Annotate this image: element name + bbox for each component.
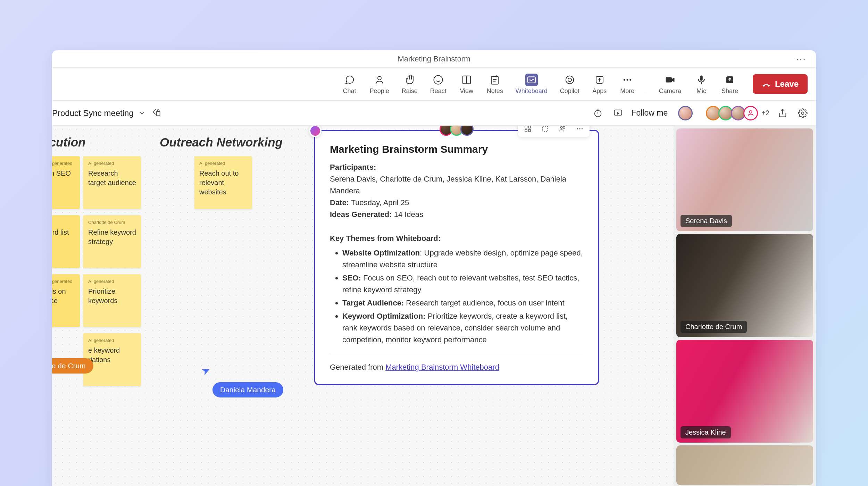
video-panel: Serena Davis Charlotte de Crum Jessica K… (674, 126, 816, 486)
toolbar-chat[interactable]: Chat (337, 72, 362, 97)
collaborator-cursor-charlotte: tte de Crum (52, 358, 93, 374)
card-tool-more-icon[interactable] (575, 126, 585, 134)
toolbar-camera-label: Camera (659, 87, 681, 95)
summary-source-link[interactable]: Marketing Brainstorm Whiteboard (385, 363, 499, 371)
window-more-icon[interactable]: ··· (796, 53, 806, 65)
toolbar-separator (647, 75, 647, 93)
hangup-icon (762, 79, 771, 89)
toolbar-view-label: View (460, 87, 473, 95)
svg-rect-33 (528, 126, 531, 128)
summary-body: Participants: Serena Davis, Charlotte de… (330, 161, 583, 374)
toolbar-share-label: Share (721, 87, 738, 95)
svg-rect-21 (700, 75, 703, 81)
card-tool-people-icon[interactable] (558, 126, 567, 134)
toolbar-whiteboard[interactable]: Whiteboard (511, 72, 552, 97)
toolbar-raise[interactable]: Raise (397, 72, 423, 97)
toolbar-share[interactable]: Share (717, 72, 743, 97)
avatar-anonymous[interactable] (743, 106, 758, 120)
sticky-note[interactable]: AI generatedrds on nce (52, 274, 80, 327)
section-heading-outreach: Outreach Networking (160, 135, 283, 149)
toolbar-people-label: People (370, 87, 389, 95)
share-icon (724, 74, 736, 86)
summary-divider (330, 355, 583, 355)
video-tile[interactable]: Jessica Kline (676, 340, 813, 443)
avatar-presenter[interactable] (678, 106, 693, 120)
present-button[interactable] (611, 106, 625, 120)
toolbar-apps-label: Apps (592, 87, 607, 95)
avatar[interactable] (460, 126, 474, 136)
summary-title: Marketing Brainstorm Summary (330, 143, 583, 155)
toolbar-copilot[interactable]: Copilot (555, 72, 584, 97)
main-area: ecution Outreach Networking AI generated… (52, 126, 816, 486)
lock-indicator-icon[interactable] (152, 108, 162, 118)
timer-button[interactable] (591, 106, 605, 120)
settings-button[interactable] (796, 106, 810, 120)
share-whiteboard-button[interactable] (776, 106, 790, 120)
title-bar: Marketing Brainstorm ··· (52, 50, 816, 68)
video-tile[interactable]: Charlotte de Crum (676, 234, 813, 337)
svg-rect-20 (666, 77, 672, 82)
svg-point-19 (629, 79, 631, 81)
participant-avatars: +2 (708, 106, 769, 120)
video-tile[interactable]: Serena Davis (676, 128, 813, 231)
toolbar-group-main: Chat People Raise React View Notes (337, 72, 640, 97)
toolbar-apps[interactable]: Apps (587, 72, 612, 97)
toolbar-people[interactable]: People (365, 72, 394, 97)
toolbar-notes[interactable]: Notes (482, 72, 508, 97)
svg-rect-35 (528, 129, 531, 132)
whiteboard-canvas[interactable]: ecution Outreach Networking AI generated… (52, 126, 674, 486)
svg-rect-6 (491, 76, 498, 84)
sticky-note[interactable]: AI generatedon SEO (52, 156, 80, 209)
sticky-note[interactable]: Charlotte de CrumRefine keyword strategy (83, 215, 141, 268)
svg-point-12 (566, 76, 574, 84)
toolbar-react[interactable]: React (425, 72, 451, 97)
toolbar-copilot-label: Copilot (560, 87, 579, 95)
sticky-note[interactable]: AI generatedReach out to relevant websit… (194, 156, 252, 209)
presenter-avatar (678, 106, 702, 120)
whiteboard-sub-bar: Product Sync meeting Follow me +2 (52, 101, 816, 126)
svg-point-39 (577, 128, 578, 129)
svg-point-1 (434, 75, 443, 84)
cursor-pointer-icon: ➤ (199, 363, 212, 378)
summary-footer: Generated from Marketing Brainstorm Whit… (330, 361, 583, 373)
toolbar-react-label: React (430, 87, 446, 95)
avatar-overflow-count[interactable]: +2 (761, 109, 769, 117)
toolbar-mic[interactable]: Mic (689, 72, 714, 97)
loop-badge-icon (310, 126, 320, 136)
toolbar-camera[interactable]: Camera (654, 72, 686, 97)
meeting-name-dropdown[interactable]: Product Sync meeting (52, 108, 145, 118)
video-participant-name: Charlotte de Crum (681, 321, 747, 333)
whiteboard-icon (525, 74, 538, 86)
sticky-note[interactable]: AI generatedPrioritize keywords (83, 274, 141, 327)
svg-point-0 (378, 76, 381, 80)
summary-card[interactable]: Marketing Brainstorm Summary Participant… (314, 130, 599, 385)
collaborator-cursor-daniela: ➤ Daniela Mandera (201, 364, 283, 397)
copilot-icon (564, 74, 576, 86)
camera-icon (664, 74, 676, 86)
card-toolbar (518, 126, 590, 137)
card-tool-expand-icon[interactable] (540, 126, 550, 134)
people-icon (373, 74, 386, 86)
toolbar-view[interactable]: View (454, 72, 479, 97)
video-participant-name: Jessica Kline (681, 426, 731, 438)
toolbar-mic-label: Mic (696, 87, 706, 95)
sticky-note[interactable]: AI generatedResearch target audience (83, 156, 141, 209)
section-heading-execution: ecution (52, 135, 85, 149)
follow-me-button[interactable]: Follow me (631, 108, 668, 118)
app-window: Marketing Brainstorm ··· Chat People Rai… (52, 50, 816, 486)
meeting-name-text: Product Sync meeting (52, 108, 134, 118)
sticky-note[interactable]: aa rd list (52, 215, 80, 268)
toolbar-notes-label: Notes (487, 87, 503, 95)
toolbar-group-media: Camera Mic Share (654, 72, 743, 97)
video-tile[interactable] (676, 445, 813, 485)
toolbar-raise-label: Raise (402, 87, 418, 95)
toolbar-more-label: More (620, 87, 634, 95)
leave-button-label: Leave (775, 79, 799, 89)
card-collaborator-avatars (440, 126, 474, 136)
toolbar-more[interactable]: More (615, 72, 640, 97)
svg-rect-24 (157, 111, 160, 116)
card-tool-components-icon[interactable] (523, 126, 533, 134)
svg-point-38 (563, 127, 565, 129)
leave-button[interactable]: Leave (753, 74, 808, 94)
mic-icon (695, 74, 708, 86)
